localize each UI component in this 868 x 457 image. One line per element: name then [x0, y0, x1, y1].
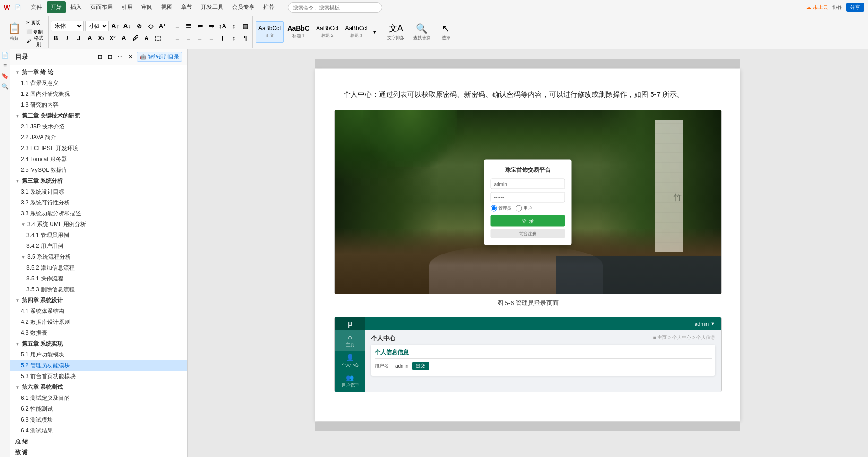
align-center-button[interactable]: ≡ [183, 33, 194, 43]
menu-dev-tools[interactable]: 开发工具 [197, 1, 227, 13]
toc-item-3-4[interactable]: ▼ 3.4 系统 UML 用例分析 [10, 219, 187, 230]
menu-review[interactable]: 审阅 [138, 1, 156, 13]
admin-topbar-user[interactable]: admin ▼ [695, 321, 715, 327]
toc-close-button[interactable]: ✕ [127, 53, 135, 61]
toc-item-6-2[interactable]: 6.2 性能测试 [10, 404, 187, 415]
toc-item-3-1[interactable]: 3.1 系统设计目标 [10, 186, 187, 197]
smart-toc-button[interactable]: 🤖 智能识别目录 [137, 52, 182, 62]
font-color-button[interactable]: A [141, 33, 152, 43]
radio-admin-input[interactable] [491, 205, 497, 212]
align-left-button[interactable]: ≡ [172, 33, 182, 43]
menu-insert[interactable]: 插入 [67, 1, 86, 13]
select-button[interactable]: ↖ 选择 [436, 19, 456, 45]
align-right-button[interactable]: ≡ [195, 33, 205, 43]
sidebar-search-icon2[interactable]: 🔍 [1, 82, 9, 91]
toc-item-5-2[interactable]: 5.2 管理员功能模块 [10, 360, 187, 371]
toc-item-1-3[interactable]: 1.3 研究的内容 [10, 100, 187, 110]
underline-button[interactable]: U [73, 33, 84, 43]
cut-button[interactable]: ✂剪切 [26, 18, 46, 27]
toc-item-4-3[interactable]: 4.3 数据表 [10, 328, 187, 339]
justify-button[interactable]: ≡ [206, 33, 216, 43]
register-link[interactable]: 前台注册 [491, 229, 565, 238]
find-replace-button[interactable]: 🔍 查找替换 [410, 19, 434, 45]
toc-item-ch1[interactable]: ▼ 第一章 绪 论 [10, 67, 187, 78]
toc-item-ch2[interactable]: ▼ 第二章 关键技术的研究 [10, 110, 187, 121]
sidebar-file-icon[interactable]: 📄 [1, 51, 9, 59]
menu-recommend[interactable]: 推荐 [259, 1, 278, 13]
style-heading3[interactable]: AaBbCcI 标题 3 [342, 21, 370, 43]
toc-item-3-4-2[interactable]: 3.4.2 用户用例 [10, 241, 187, 252]
content-area[interactable]: 个人中心：通过列表可以获取原密码、新密码、确认密码等内容，可以进行修改或删除操作… [188, 49, 868, 457]
admin-submit-button[interactable]: 提交 [412, 362, 429, 370]
toc-item-3-5-2[interactable]: 3.5.2 添加信息流程 [10, 262, 187, 273]
toc-item-3-3[interactable]: 3.3 系统功能分析和描述 [10, 208, 187, 219]
radio-user-input[interactable] [516, 205, 522, 212]
toc-item-ch4[interactable]: ▼ 第四章 系统设计 [10, 295, 187, 306]
toc-item-3-5[interactable]: ▼ 3.5 系统流程分析 [10, 252, 187, 262]
toc-item-1-1[interactable]: 1.1 背景及意义 [10, 78, 187, 89]
admin-nav-users[interactable]: 👥 用户管理 [335, 371, 365, 391]
login-username-input[interactable] [491, 179, 565, 189]
font-color-label-button[interactable]: A [119, 33, 129, 43]
toc-more-button[interactable]: ⋯ [116, 53, 125, 61]
shrink-font-button[interactable]: A↓ [122, 21, 132, 31]
bold-button[interactable]: B [51, 33, 61, 43]
toc-item-3-4-1[interactable]: 3.4.1 管理员用例 [10, 230, 187, 241]
menu-view[interactable]: 视图 [157, 1, 176, 13]
toc-item-5-3[interactable]: 5.3 前台首页功能模块 [10, 371, 187, 382]
radio-user[interactable]: 用户 [516, 205, 532, 212]
columns-button[interactable]: ⫿ [217, 33, 228, 43]
login-submit-button[interactable]: 登 录 [491, 215, 565, 227]
indent-more-button[interactable]: ⇒ [206, 21, 216, 31]
numbering-button[interactable]: ☰ [183, 21, 194, 31]
subscript-button[interactable]: X₂ [96, 33, 106, 43]
toc-item-ch5[interactable]: ▼ 第五章 系统实现 [10, 339, 187, 349]
format-brush-button[interactable]: 🖌格式刷 [26, 37, 46, 46]
toc-item-2-2[interactable]: 2.2 JAVA 简介 [10, 132, 187, 143]
toc-item-thanks[interactable]: 致 谢 [10, 447, 187, 457]
menu-file[interactable]: 文件 [27, 1, 46, 13]
login-password-input[interactable] [491, 192, 565, 203]
toc-item-6-1[interactable]: 6.1 测试定义及目的 [10, 393, 187, 404]
toc-item-3-2[interactable]: 3.2 系统可行性分析 [10, 197, 187, 208]
toc-item-2-3[interactable]: 2.3 ECLIPSE 开发环境 [10, 143, 187, 154]
menu-section[interactable]: 章节 [177, 1, 196, 13]
toc-item-2-5[interactable]: 2.5 MySQL 数据库 [10, 165, 187, 176]
bg-color-button[interactable]: 🖊 [130, 33, 140, 43]
toc-item-6-3[interactable]: 6.3 测试模块 [10, 415, 187, 425]
para-spacing-button[interactable]: ↕ [229, 33, 239, 43]
menu-home[interactable]: 开始 [47, 1, 66, 13]
toc-item-conclusion[interactable]: 总 结 [10, 436, 187, 447]
text-effect-button[interactable]: A⁺ [157, 21, 168, 31]
toc-item-3-5-3[interactable]: 3.5.3 删除信息流程 [10, 284, 187, 295]
line-spacing-button[interactable]: ↕ [229, 21, 239, 31]
indent-less-button[interactable]: ⇐ [195, 21, 205, 31]
toc-collapse-all-button[interactable]: ⊟ [106, 53, 114, 61]
toc-item-5-1[interactable]: 5.1 用户功能模块 [10, 349, 187, 360]
toc-item-ch3[interactable]: ▼ 第三章 系统分析 [10, 176, 187, 186]
style-normal[interactable]: AaBbCcI 正文 [256, 21, 284, 43]
toc-item-4-2[interactable]: 4.2 数据库设计原则 [10, 317, 187, 328]
sidebar-toc-icon[interactable]: ≡ [1, 61, 9, 70]
admin-nav-home[interactable]: ⌂ 主页 [335, 330, 365, 351]
toc-expand-all-button[interactable]: ⊞ [96, 53, 104, 61]
font-size-select[interactable]: 小四 [85, 21, 109, 31]
bullets-button[interactable]: ≡ [172, 21, 182, 31]
toc-item-3-5-1[interactable]: 3.5.1 操作流程 [10, 273, 187, 284]
superscript-button[interactable]: X² [107, 33, 118, 43]
toc-item-2-1[interactable]: 2.1 JSP 技术介绍 [10, 121, 187, 132]
clear-format-button[interactable]: ⊘ [134, 21, 144, 31]
style-heading1[interactable]: AaBbC 标题 1 [284, 21, 312, 43]
radio-admin[interactable]: 管理员 [491, 205, 511, 212]
collaborate-btn[interactable]: 协作 [832, 4, 842, 11]
toc-item-2-4[interactable]: 2.4 Tomcat 服务器 [10, 154, 187, 165]
italic-button[interactable]: I [62, 33, 72, 43]
highlight-button[interactable]: ◇ [146, 21, 156, 31]
style-more-button[interactable]: ▾ [371, 20, 378, 44]
strikethrough-button[interactable]: A [85, 33, 95, 43]
toc-item-6-4[interactable]: 6.4 测试结果 [10, 425, 187, 436]
sidebar-bookmark-icon[interactable]: 🔖 [1, 72, 9, 80]
share-btn[interactable]: 分享 [846, 3, 864, 12]
admin-nav-profile[interactable]: 👤 个人中心 [335, 351, 365, 371]
border-shading-button[interactable]: ▤ [240, 21, 250, 31]
